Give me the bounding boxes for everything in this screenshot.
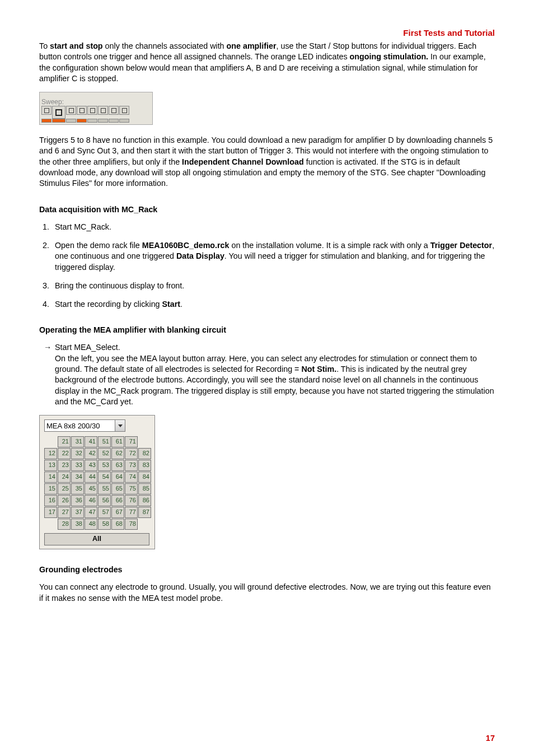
electrode-blank xyxy=(44,519,57,530)
sweep-stop-button[interactable] xyxy=(41,106,51,115)
sweep-button-row xyxy=(41,106,129,119)
electrode-button[interactable]: 75 xyxy=(125,483,138,494)
stop-icon xyxy=(111,108,116,113)
electrode-button[interactable]: 12 xyxy=(44,448,57,459)
electrode-button[interactable]: 37 xyxy=(71,507,84,518)
electrode-button[interactable]: 43 xyxy=(85,460,97,471)
electrode-button[interactable]: 68 xyxy=(111,519,124,530)
sweep-stop-button[interactable] xyxy=(109,106,119,115)
led-indicator xyxy=(52,119,65,123)
electrode-button[interactable]: 55 xyxy=(98,483,111,494)
electrode-button[interactable]: 28 xyxy=(58,519,71,530)
sweep-led-row xyxy=(41,119,129,123)
electrode-button[interactable]: 15 xyxy=(44,483,57,494)
sweep-stop-button[interactable] xyxy=(119,106,129,115)
electrode-button[interactable]: 67 xyxy=(111,507,124,518)
mea-layout-select[interactable]: MEA 8x8 200/30 xyxy=(44,419,125,432)
sweep-stop-button[interactable] xyxy=(52,106,65,119)
electrode-button[interactable]: 63 xyxy=(111,460,124,471)
electrode-button[interactable]: 71 xyxy=(125,436,138,447)
electrode-button[interactable]: 73 xyxy=(125,460,138,471)
electrode-button[interactable]: 42 xyxy=(85,448,97,459)
electrode-button[interactable]: 13 xyxy=(44,460,57,471)
text: only the channels associated with xyxy=(103,41,227,50)
text: . xyxy=(180,300,182,309)
electrode-button[interactable]: 48 xyxy=(85,519,97,530)
sweep-label: Sweep: xyxy=(41,98,64,106)
electrode-button[interactable]: 31 xyxy=(71,436,84,447)
electrode-button[interactable]: 64 xyxy=(111,472,124,483)
electrode-button[interactable]: 58 xyxy=(98,519,111,530)
all-button[interactable]: All xyxy=(44,533,149,545)
electrode-button[interactable]: 56 xyxy=(98,495,111,506)
sweep-stop-button[interactable] xyxy=(98,106,108,115)
electrode-button[interactable]: 44 xyxy=(85,472,97,483)
electrode-button[interactable]: 53 xyxy=(98,460,111,471)
electrode-button[interactable]: 83 xyxy=(138,460,151,471)
electrode-button[interactable]: 24 xyxy=(58,472,71,483)
led-indicator xyxy=(66,119,76,123)
sweep-stop-button[interactable] xyxy=(87,106,97,115)
electrode-button[interactable]: 17 xyxy=(44,507,57,518)
electrode-button[interactable]: 23 xyxy=(58,460,71,471)
electrode-button[interactable]: 41 xyxy=(85,436,97,447)
electrode-button[interactable]: 62 xyxy=(111,448,124,459)
electrode-button[interactable]: 66 xyxy=(111,495,124,506)
electrode-button[interactable]: 65 xyxy=(111,483,124,494)
electrode-button[interactable]: 52 xyxy=(98,448,111,459)
electrode-button[interactable]: 84 xyxy=(138,472,151,483)
page-header-title: First Tests and Tutorial xyxy=(39,28,495,38)
electrode-button[interactable]: 77 xyxy=(125,507,138,518)
electrode-button[interactable]: 45 xyxy=(85,483,97,494)
electrode-button[interactable]: 54 xyxy=(98,472,111,483)
sweep-box: Sweep: xyxy=(39,92,153,125)
led-indicator xyxy=(119,119,129,123)
electrode-button[interactable]: 72 xyxy=(125,448,138,459)
electrode-button[interactable]: 27 xyxy=(58,507,71,518)
led-indicator xyxy=(109,119,119,123)
page-number: 17 xyxy=(486,734,495,743)
electrode-button[interactable]: 61 xyxy=(111,436,124,447)
electrode-blank xyxy=(44,436,57,447)
dropdown-button[interactable] xyxy=(115,420,125,431)
electrode-button[interactable]: 38 xyxy=(71,519,84,530)
electrode-button[interactable]: 35 xyxy=(71,483,84,494)
bold-one-amplifier: one amplifier xyxy=(227,41,277,50)
electrode-button[interactable]: 86 xyxy=(138,495,151,506)
electrode-button[interactable]: 51 xyxy=(98,436,111,447)
electrode-button[interactable]: 74 xyxy=(125,472,138,483)
electrode-grid: 2131415161711222324252627282132333435363… xyxy=(44,436,152,530)
sweep-control-image: Sweep: xyxy=(39,92,495,125)
electrode-button[interactable]: 25 xyxy=(58,483,71,494)
electrode-blank xyxy=(138,519,151,530)
step-2: Open the demo rack file MEA1060BC_demo.r… xyxy=(51,240,495,273)
electrode-button[interactable]: 22 xyxy=(58,448,71,459)
bold-demo-rck: MEA1060BC_demo.rck xyxy=(142,241,229,250)
arrow-first-line: Start MEA_Select. xyxy=(55,343,120,352)
electrode-button[interactable]: 76 xyxy=(125,495,138,506)
electrode-button[interactable]: 16 xyxy=(44,495,57,506)
electrode-button[interactable]: 87 xyxy=(138,507,151,518)
electrode-button[interactable]: 78 xyxy=(125,519,138,530)
electrode-button[interactable]: 26 xyxy=(58,495,71,506)
electrode-button[interactable]: 21 xyxy=(58,436,71,447)
electrode-button[interactable]: 57 xyxy=(98,507,111,518)
electrode-button[interactable]: 34 xyxy=(71,472,84,483)
sweep-stop-button[interactable] xyxy=(66,106,76,115)
text: Start the recording by clicking xyxy=(55,300,162,309)
electrode-button[interactable]: 33 xyxy=(71,460,84,471)
electrode-button[interactable]: 14 xyxy=(44,472,57,483)
bold-start: Start xyxy=(162,300,181,309)
electrode-button[interactable]: 82 xyxy=(138,448,151,459)
electrode-button[interactable]: 36 xyxy=(71,495,84,506)
text: Open the demo rack file xyxy=(55,241,142,250)
led-indicator xyxy=(98,119,108,123)
electrode-button[interactable]: 85 xyxy=(138,483,151,494)
stop-icon xyxy=(79,108,85,113)
electrode-button[interactable]: 47 xyxy=(85,507,97,518)
text: To xyxy=(39,41,50,50)
electrode-button[interactable]: 32 xyxy=(71,448,84,459)
sweep-stop-button[interactable] xyxy=(77,106,87,115)
electrode-button[interactable]: 46 xyxy=(85,495,97,506)
stop-icon xyxy=(90,108,95,113)
